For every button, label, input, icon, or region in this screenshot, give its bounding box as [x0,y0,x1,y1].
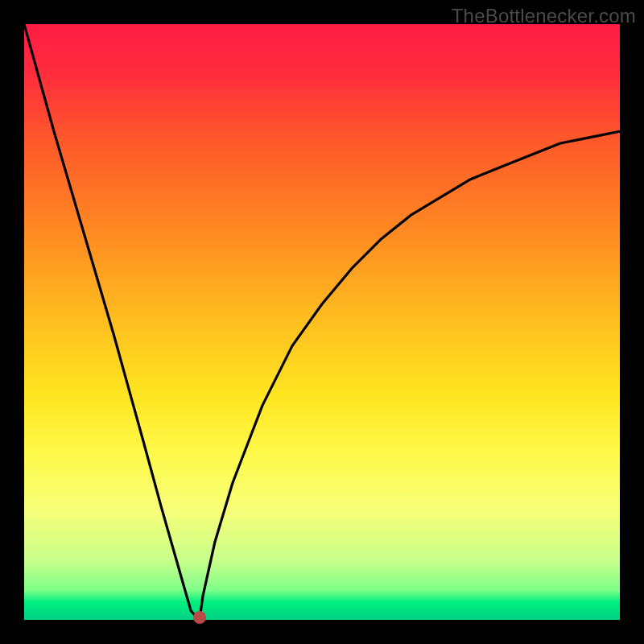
plot-area [24,24,620,620]
outer-frame: TheBottlenecker.com [0,0,644,644]
bottleneck-curve [24,24,620,620]
optimum-marker [193,611,206,624]
